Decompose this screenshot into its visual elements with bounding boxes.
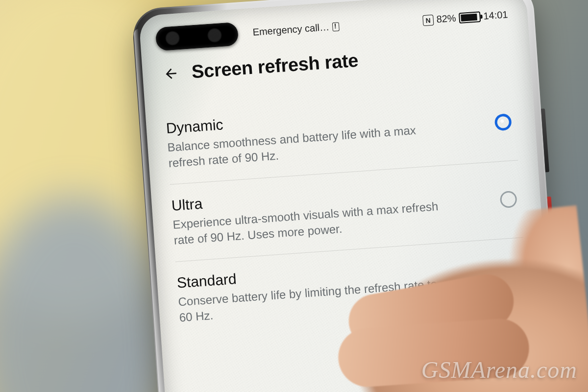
clock: 14:01 xyxy=(483,9,509,22)
radio-unselected-icon[interactable] xyxy=(500,191,517,208)
nfc-icon: N xyxy=(422,14,434,25)
page-title: Screen refresh rate xyxy=(191,50,359,83)
volume-button xyxy=(541,108,549,172)
battery-icon xyxy=(459,11,481,24)
arrow-left-icon xyxy=(163,65,179,82)
sim-alert-icon xyxy=(332,22,339,31)
watermark: GSMArena.com xyxy=(421,356,577,383)
back-button[interactable] xyxy=(162,64,180,83)
radio-selected-icon[interactable] xyxy=(494,114,512,131)
battery-percent: 82% xyxy=(436,13,457,25)
carrier-text: Emergency call… xyxy=(252,22,330,38)
